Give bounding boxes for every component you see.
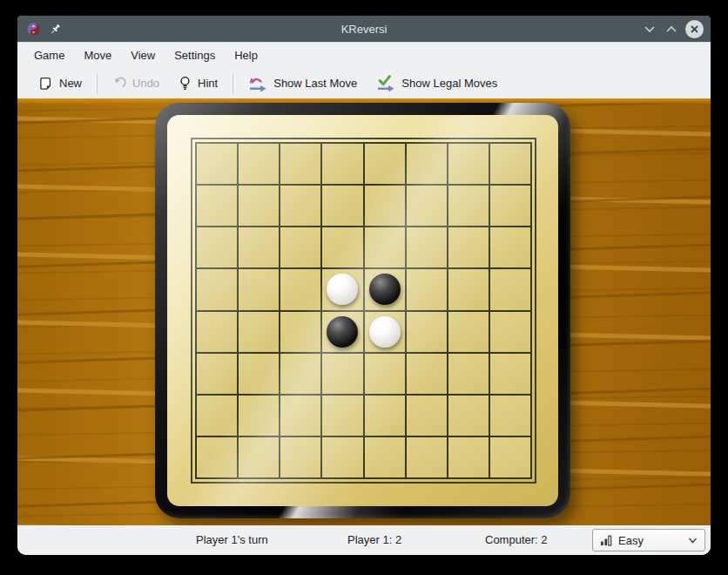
board-cell[interactable]	[448, 396, 489, 436]
hint-button[interactable]: Hint	[169, 71, 227, 97]
board-cell[interactable]	[490, 227, 530, 267]
difficulty-selected-value: Easy	[618, 534, 644, 547]
board-cell[interactable]	[490, 144, 530, 184]
board-cell[interactable]	[239, 437, 279, 477]
undo-button-label: Undo	[132, 77, 159, 90]
board-cell[interactable]	[490, 312, 530, 352]
dropdown-chevron-down-icon	[688, 538, 698, 544]
board-cell[interactable]	[407, 354, 447, 394]
board-cell[interactable]	[490, 354, 530, 394]
board-cell[interactable]	[448, 354, 489, 394]
menu-help[interactable]: Help	[225, 43, 267, 68]
menu-view[interactable]: View	[121, 43, 165, 68]
board-cell[interactable]	[322, 312, 362, 352]
board-cell[interactable]	[490, 186, 530, 226]
board-cell[interactable]	[365, 354, 405, 394]
board-cell[interactable]	[448, 186, 489, 226]
board-cell[interactable]	[490, 396, 530, 436]
game-area-wood-background	[17, 98, 711, 525]
board-cell[interactable]	[280, 144, 320, 184]
board-cell[interactable]	[365, 437, 405, 477]
board-cell[interactable]	[365, 144, 405, 184]
board-cell[interactable]	[322, 227, 362, 267]
board-cell[interactable]	[407, 144, 447, 184]
undo-arrow-icon	[112, 77, 126, 91]
document-new-icon	[39, 77, 53, 91]
board-cell[interactable]	[197, 437, 237, 477]
board-cell[interactable]	[280, 354, 320, 394]
board-cell[interactable]	[448, 227, 489, 267]
board-cell[interactable]	[407, 396, 447, 436]
white-piece	[369, 316, 401, 348]
board-cell[interactable]	[365, 269, 405, 309]
toolbar-separator	[97, 73, 98, 94]
board-cell[interactable]	[239, 186, 279, 226]
reversi-board	[155, 103, 570, 518]
board-cell[interactable]	[280, 186, 320, 226]
board-cell[interactable]	[239, 396, 279, 436]
board-cell[interactable]	[448, 144, 489, 184]
board-grid-frame	[191, 138, 536, 484]
board-cell[interactable]	[197, 227, 237, 267]
board-cell[interactable]	[280, 312, 320, 352]
menubar: Game Move View Settings Help	[17, 43, 711, 68]
board-cell[interactable]	[322, 144, 362, 184]
board-cell[interactable]	[448, 437, 489, 477]
board-cell[interactable]	[322, 269, 362, 309]
undo-button[interactable]: Undo	[103, 71, 169, 97]
board-cell[interactable]	[365, 396, 405, 436]
close-icon[interactable]	[685, 20, 704, 38]
show-legal-moves-button[interactable]: Show Legal Moves	[367, 71, 507, 97]
board-cell[interactable]	[197, 144, 237, 184]
board-cell[interactable]	[280, 396, 320, 436]
board-cell[interactable]	[280, 437, 320, 477]
board-gold-surface	[167, 115, 558, 506]
board-cell[interactable]	[197, 269, 237, 309]
legal-moves-check-icon	[376, 75, 395, 92]
board-cell[interactable]	[197, 354, 237, 394]
board-cell[interactable]	[407, 186, 447, 226]
menu-move[interactable]: Move	[74, 43, 121, 68]
maximize-chevron-up-icon[interactable]	[664, 21, 679, 37]
board-cell[interactable]	[448, 312, 489, 352]
board-cell[interactable]	[239, 269, 279, 309]
difficulty-dropdown[interactable]: Easy	[592, 529, 705, 551]
black-piece	[327, 316, 358, 348]
computer-score-text: Computer: 2	[485, 525, 548, 555]
board-cell[interactable]	[239, 144, 279, 184]
board-cell[interactable]	[490, 269, 530, 309]
minimize-chevron-down-icon[interactable]	[642, 21, 657, 37]
show-last-move-button[interactable]: Show Last Move	[239, 71, 367, 97]
player1-score-text: Player 1: 2	[347, 525, 401, 555]
screenshot-stage: KReversi Game Move View Settings Help	[0, 0, 728, 575]
board-cell[interactable]	[407, 312, 447, 352]
show-last-move-label: Show Last Move	[273, 77, 357, 90]
board-cell[interactable]	[239, 354, 279, 394]
board-cell[interactable]	[197, 396, 237, 436]
board-cell[interactable]	[239, 312, 279, 352]
board-cell[interactable]	[448, 269, 489, 309]
board-cell[interactable]	[322, 186, 362, 226]
board-cell[interactable]	[239, 227, 279, 267]
menu-game[interactable]: Game	[24, 43, 74, 68]
board-cell[interactable]	[365, 312, 405, 352]
new-button[interactable]: New	[30, 71, 91, 97]
board-cell[interactable]	[322, 437, 362, 477]
board-cell[interactable]	[407, 227, 447, 267]
board-cell[interactable]	[407, 269, 447, 309]
board-cell[interactable]	[490, 437, 530, 477]
kreversi-window: KReversi Game Move View Settings Help	[17, 16, 711, 555]
titlebar[interactable]: KReversi	[17, 16, 711, 43]
board-cell[interactable]	[280, 269, 320, 309]
show-legal-moves-label: Show Legal Moves	[401, 77, 497, 90]
board-cell[interactable]	[197, 312, 237, 352]
board-cell[interactable]	[197, 186, 237, 226]
board-cell[interactable]	[407, 437, 447, 477]
board-cell[interactable]	[322, 396, 362, 436]
board-cell[interactable]	[322, 354, 362, 394]
board-cell[interactable]	[280, 227, 320, 267]
board-cell[interactable]	[365, 186, 405, 226]
menu-settings[interactable]: Settings	[165, 43, 225, 68]
board-cell[interactable]	[365, 227, 405, 267]
hint-lightbulb-icon	[179, 76, 192, 91]
